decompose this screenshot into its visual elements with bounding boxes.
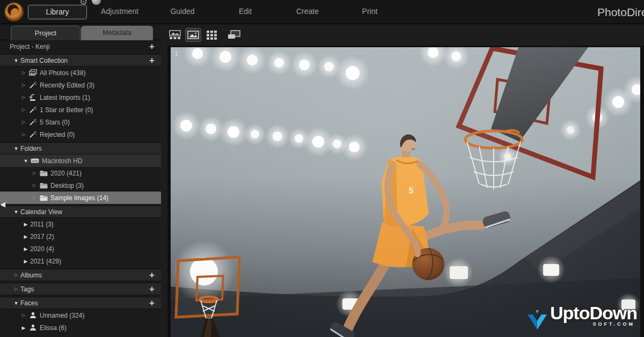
expand-icon[interactable]: ▷ xyxy=(19,120,28,124)
sidebar-item-macintosh-hd[interactable]: ▼ Macintosh HD xyxy=(0,155,161,167)
sidebar-item-recently-edited[interactable]: ▷ Recently Edited (3) xyxy=(0,79,161,91)
sidebar-item-2011[interactable]: ▶ 2011 (3) xyxy=(0,218,161,230)
person-icon xyxy=(28,312,38,319)
expand-icon[interactable]: ▷ xyxy=(19,313,28,318)
photodirector-window: ⚙ Library Adjustment Guided Edit Create … xyxy=(0,0,644,337)
sidebar-tabs: Project Metadata xyxy=(0,24,161,40)
tab-metadata[interactable]: Metadata xyxy=(81,26,153,40)
sidebar-item-folder-sample-images[interactable]: ▷ Sample Images (14) xyxy=(0,192,161,204)
sidebar-item-elissa[interactable]: ▶ Elissa (6) xyxy=(0,321,161,334)
top-menubar: ⚙ Library Adjustment Guided Edit Create … xyxy=(0,0,644,24)
sidebar-item-2021[interactable]: ▶ 2021 (429) xyxy=(0,255,161,267)
compare-view-icon xyxy=(228,30,240,40)
tab-project[interactable]: Project xyxy=(11,26,80,40)
folder-icon xyxy=(39,182,48,189)
add-icon[interactable]: + xyxy=(149,298,155,307)
add-icon[interactable]: + xyxy=(149,270,155,280)
item-label: 5 Stars (0) xyxy=(40,119,70,126)
expand-icon[interactable]: ▷ xyxy=(30,171,39,175)
menu-item-guided[interactable]: Guided xyxy=(170,7,194,16)
collapse-icon[interactable]: ▼ xyxy=(12,146,20,151)
expand-icon[interactable]: ▷ xyxy=(12,273,20,277)
item-label: Recently Edited (3) xyxy=(40,82,94,89)
add-icon[interactable]: + xyxy=(149,284,155,294)
viewer-panel: 5 xyxy=(161,24,644,337)
expand-icon[interactable]: ▷ xyxy=(19,132,28,137)
faces-header[interactable]: ▼ Faces + xyxy=(0,297,161,309)
sidebar-collapse-icon[interactable]: ◀ xyxy=(0,200,5,208)
library-sidebar: Project Metadata Project - Kenji + ▼ Sma… xyxy=(0,24,161,337)
sidebar-item-rejected[interactable]: ▷ Rejected (0) xyxy=(0,128,161,141)
expand-icon[interactable]: ▷ xyxy=(30,183,39,188)
expand-icon[interactable]: ▷ xyxy=(19,70,28,75)
item-label: 2021 (429) xyxy=(30,258,61,265)
expand-icon[interactable]: ▷ xyxy=(12,287,20,291)
photo-basketball-dunk[interactable]: 5 xyxy=(171,47,640,337)
menu-item-edit[interactable]: Edit xyxy=(239,7,252,16)
item-label: 2017 (2) xyxy=(30,233,54,240)
folder-icon xyxy=(39,170,48,177)
uptodown-logo-icon xyxy=(525,308,549,332)
expand-icon[interactable]: ▶ xyxy=(21,222,30,227)
menu-item-print[interactable]: Print xyxy=(362,7,378,16)
item-label: 2020 (4) xyxy=(30,245,54,253)
folder-icon xyxy=(39,195,48,201)
item-label: Sample Images (14) xyxy=(50,194,108,202)
orb-icon[interactable] xyxy=(92,0,101,5)
sidebar-item-latest-imports[interactable]: ▷ Latest Imports (1) xyxy=(0,91,161,104)
sidebar-item-folder-desktop[interactable]: ▷ Desktop (3) xyxy=(0,179,161,192)
menu-item-adjustment[interactable]: Adjustment xyxy=(101,7,138,16)
grid-view-icon xyxy=(207,31,217,40)
single-view-button[interactable] xyxy=(186,28,201,41)
single-view-icon xyxy=(187,31,199,39)
photos-icon xyxy=(28,69,38,76)
sidebar-item-1-star-or-better[interactable]: ▷ 1 Star or Better (0) xyxy=(0,104,161,116)
view-toolbar xyxy=(161,24,644,46)
collapse-icon[interactable]: ▼ xyxy=(12,209,20,215)
uptodown-text: UptoDown SOFT.COM xyxy=(550,305,637,327)
add-icon[interactable]: + xyxy=(149,56,155,65)
expand-icon[interactable]: ▷ xyxy=(19,107,28,112)
import-icon xyxy=(28,94,38,101)
expand-icon[interactable]: ▷ xyxy=(19,95,28,100)
item-label: 1 Star or Better (0) xyxy=(40,106,93,114)
sidebar-item-unnamed[interactable]: ▷ Unnamed (324) xyxy=(0,309,161,321)
calendar-view-header[interactable]: ▼ Calendar View xyxy=(0,206,161,218)
browser-view-icon xyxy=(169,30,181,40)
app-title: PhotoDirector xyxy=(597,6,644,19)
item-label: Macintosh HD xyxy=(42,157,82,165)
haze-overlay xyxy=(171,47,640,337)
browser-view-button[interactable] xyxy=(167,28,182,41)
uptodown-subtitle: SOFT.COM xyxy=(593,321,635,327)
sidebar-item-folder-2020[interactable]: ▷ 2020 (421) xyxy=(0,167,161,179)
expand-icon[interactable]: ▶ xyxy=(19,325,28,331)
expand-icon[interactable]: ▶ xyxy=(21,246,30,252)
compare-view-button[interactable] xyxy=(226,28,241,41)
smart-collection-header[interactable]: ▼ Smart Collection + xyxy=(0,54,161,67)
item-label: 2011 (3) xyxy=(30,221,54,228)
grid-view-button[interactable] xyxy=(204,28,219,41)
expand-icon[interactable]: ▶ xyxy=(21,234,30,239)
albums-header[interactable]: ▷ Albums + xyxy=(0,269,161,281)
collapse-icon[interactable]: ▼ xyxy=(12,301,20,306)
project-header-row[interactable]: Project - Kenji + xyxy=(0,40,161,53)
sidebar-item-2017[interactable]: ▶ 2017 (2) xyxy=(0,230,161,243)
menu-item-library[interactable]: Library xyxy=(28,5,87,19)
photo-frame: 5 xyxy=(167,46,644,337)
calendar-view-label: Calendar View xyxy=(20,208,62,216)
folders-header[interactable]: ▼ Folders xyxy=(0,142,161,155)
wand-icon xyxy=(28,106,38,114)
sidebar-item-5-stars[interactable]: ▷ 5 Stars (0) xyxy=(0,116,161,128)
expand-icon[interactable]: ▷ xyxy=(19,83,28,87)
tags-header[interactable]: ▷ Tags + xyxy=(0,283,161,295)
collapse-icon[interactable]: ▼ xyxy=(12,58,20,63)
sidebar-item-2020[interactable]: ▶ 2020 (4) xyxy=(0,243,161,255)
sidebar-item-all-photos[interactable]: ▷ All Photos (438) xyxy=(0,67,161,79)
menu-item-create[interactable]: Create xyxy=(296,7,319,16)
uptodown-watermark: UptoDown SOFT.COM xyxy=(525,305,637,332)
collapse-icon[interactable]: ▼ xyxy=(21,158,30,164)
add-icon[interactable]: + xyxy=(149,42,155,51)
project-header-label: Project - Kenji xyxy=(10,43,50,50)
expand-icon[interactable]: ▷ xyxy=(30,195,39,200)
expand-icon[interactable]: ▶ xyxy=(21,259,30,264)
